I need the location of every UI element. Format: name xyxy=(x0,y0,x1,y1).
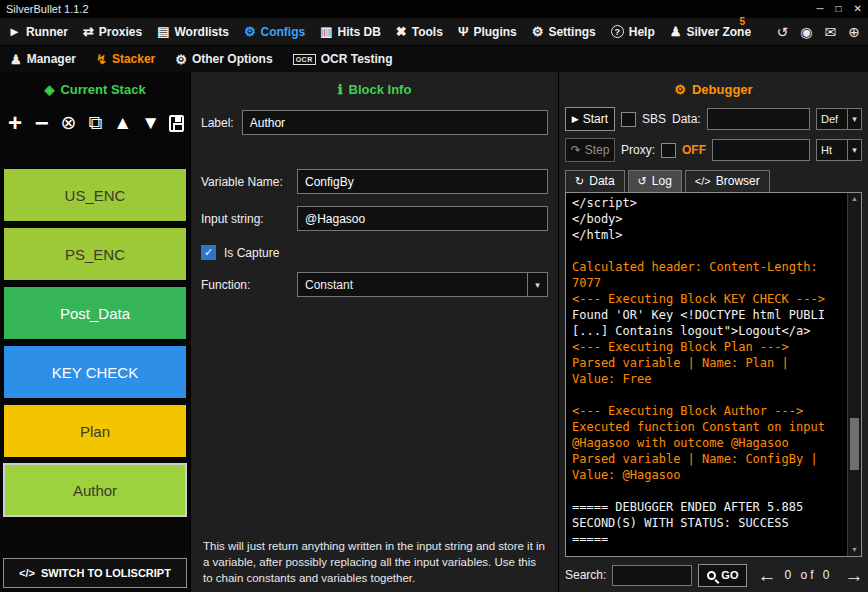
menu-item-runner[interactable]: ►Runner xyxy=(8,25,68,39)
stack-block-post-data[interactable]: Post_Data xyxy=(3,286,187,340)
stack-block-us-enc[interactable]: US_ENC xyxy=(3,168,187,222)
menu-item-hits-db[interactable]: ▥Hits DB xyxy=(320,25,381,39)
runner-icon: ► xyxy=(8,25,21,38)
subnav-items: ♟Manager↯Stacker⚙Other OptionsOCROCR Tes… xyxy=(0,46,868,72)
stack-panel: ◈ Current Stack +−⊗⧉▲▼ US_ENCPS_ENCPost_… xyxy=(0,72,190,592)
maximize-icon[interactable]: □ xyxy=(836,2,842,16)
remove-icon[interactable]: − xyxy=(33,112,51,134)
subnav-item-label: Other Options xyxy=(192,52,273,66)
log-line: 7077 xyxy=(572,275,844,291)
log-scrollbar[interactable]: ▲ ▼ xyxy=(847,193,861,556)
log-line: ===== DEBUGGER ENDED AFTER 5.885 xyxy=(572,499,844,515)
chat-icon[interactable]: ✉ xyxy=(825,24,837,40)
move-down-icon[interactable]: ▼ xyxy=(141,112,160,134)
wordlist-type-select[interactable]: Def ▾ xyxy=(816,108,862,130)
debugger-row-2: ↷ Step Proxy: OFF Ht ▾ xyxy=(565,138,862,162)
data-label: Data: xyxy=(672,112,701,126)
scroll-down-icon[interactable]: ▼ xyxy=(848,544,861,556)
menu-item-settings[interactable]: ⚙Settings xyxy=(532,25,596,39)
scroll-up-icon[interactable]: ▲ xyxy=(848,193,861,205)
subnav-item-manager[interactable]: ♟Manager xyxy=(10,52,76,67)
log-panel: </script></body></html> Calculated heade… xyxy=(565,192,862,557)
move-up-icon[interactable]: ▲ xyxy=(113,112,132,134)
subnav-item-stacker[interactable]: ↯Stacker xyxy=(96,52,155,67)
stack-block-plan[interactable]: Plan xyxy=(3,404,187,458)
menu-item-wordlists[interactable]: ▤Wordlists xyxy=(157,25,229,39)
stack-panel-title: Current Stack xyxy=(60,82,145,97)
menu-item-tools[interactable]: ✖Tools xyxy=(396,25,443,39)
app-window: SilverBullet 1.1.2 ─□✕ ►Runner⇄Proxies▤W… xyxy=(0,0,868,592)
menu-item-help[interactable]: ?Help xyxy=(611,25,655,39)
chevron-down-icon: ▾ xyxy=(847,140,861,160)
sbs-label: SBS xyxy=(642,112,666,126)
debugger-header: ⚙ Debugger xyxy=(565,78,862,100)
code-icon: </> xyxy=(19,567,35,579)
input-string-input[interactable] xyxy=(297,206,548,231)
log-line: Executed function Constant on input xyxy=(572,419,844,435)
proxy-label: Proxy: xyxy=(621,143,655,157)
stack-blocks: US_ENCPS_ENCPost_DataKEY CHECKPlanAuthor xyxy=(3,168,187,517)
log-line: <--- Executing Block KEY CHECK ---> xyxy=(572,291,844,307)
minimize-icon[interactable]: ─ xyxy=(816,2,823,16)
add-icon[interactable]: + xyxy=(6,112,24,134)
log-line: SECOND(S) WITH STATUS: SUCCESS xyxy=(572,515,844,531)
magnifier-icon xyxy=(707,571,716,580)
menu-item-label: Hits DB xyxy=(338,25,381,39)
stack-block-key-check[interactable]: KEY CHECK xyxy=(3,345,187,399)
menu-item-silver-zone[interactable]: ♟Silver Zone5 xyxy=(670,25,751,39)
history-icon[interactable]: ↺ xyxy=(777,24,789,40)
log-line: </script> xyxy=(572,195,844,211)
block-info-panel: ℹ Block Info Label: Variable Name: Input… xyxy=(190,72,558,592)
proxy-input[interactable] xyxy=(712,139,810,161)
is-capture-row: ✓ Is Capture xyxy=(201,245,548,260)
menu-item-proxies[interactable]: ⇄Proxies xyxy=(83,25,142,39)
tab-data[interactable]: ↻Data xyxy=(565,170,625,192)
tab-browser[interactable]: </>Browser xyxy=(685,170,770,192)
is-capture-checkbox[interactable]: ✓ xyxy=(201,245,216,260)
function-select[interactable]: Constant ▾ xyxy=(297,272,548,297)
prev-match-button[interactable]: ← xyxy=(757,566,776,585)
variable-name-input[interactable] xyxy=(297,169,548,194)
main-content: ◈ Current Stack +−⊗⧉▲▼ US_ENCPS_ENCPost_… xyxy=(0,72,868,592)
go-button-label: GO xyxy=(721,569,738,581)
stack-block-ps-enc[interactable]: PS_ENC xyxy=(3,227,187,281)
debugger-panel: ⚙ Debugger ▶ Start SBS Data: Def ▾ xyxy=(558,72,868,592)
log-line: ===== xyxy=(572,531,844,547)
menu-item-configs[interactable]: ⚙Configs xyxy=(244,25,305,39)
subnav-item-other-options[interactable]: ⚙Other Options xyxy=(175,52,272,67)
tab-log[interactable]: ↺Log xyxy=(628,170,682,192)
globe-icon[interactable]: ⊕ xyxy=(848,24,860,40)
proxy-status: OFF xyxy=(682,143,706,157)
debug-data-input[interactable] xyxy=(707,108,810,130)
next-match-button[interactable]: → xyxy=(845,566,864,585)
log-icon: ↺ xyxy=(638,175,647,188)
save-icon[interactable] xyxy=(169,115,184,132)
stack-block-author[interactable]: Author xyxy=(3,463,187,517)
menu-item-label: Settings xyxy=(548,25,595,39)
label-input[interactable] xyxy=(242,110,548,135)
proxy-checkbox[interactable] xyxy=(661,143,676,158)
search-go-button[interactable]: GO xyxy=(698,564,747,587)
data-icon: ↻ xyxy=(575,175,584,188)
proxy-type-select[interactable]: Ht ▾ xyxy=(816,139,862,161)
step-button[interactable]: ↷ Step xyxy=(565,138,615,162)
debugger-tabs: ↻Data↺Log</>Browser xyxy=(565,170,862,192)
clone-icon[interactable]: ⧉ xyxy=(86,112,104,134)
close-icon[interactable]: ✕ xyxy=(854,2,862,16)
camera-icon[interactable]: ◉ xyxy=(800,24,812,40)
menu-item-plugins[interactable]: ΨPlugins xyxy=(458,25,517,39)
delete-icon[interactable]: ⊗ xyxy=(60,112,78,134)
titlebar: SilverBullet 1.1.2 ─□✕ xyxy=(0,0,868,18)
scrollbar-thumb[interactable] xyxy=(850,418,859,470)
function-label: Function: xyxy=(201,278,289,292)
start-button[interactable]: ▶ Start xyxy=(565,107,615,131)
notification-badge: 5 xyxy=(740,16,746,27)
switch-button-label: SWITCH TO LOLISCRIPT xyxy=(41,567,171,579)
subnav-item-ocr-testing[interactable]: OCROCR Testing xyxy=(293,52,393,66)
sbs-checkbox[interactable] xyxy=(621,112,636,127)
switch-to-loliscript-button[interactable]: </> SWITCH TO LOLISCRIPT xyxy=(3,558,187,588)
log-line: Calculated header: Content-Length: xyxy=(572,259,844,275)
stack-icon: ◈ xyxy=(44,82,54,97)
help-icon: ? xyxy=(611,25,624,38)
search-input[interactable] xyxy=(612,565,692,586)
